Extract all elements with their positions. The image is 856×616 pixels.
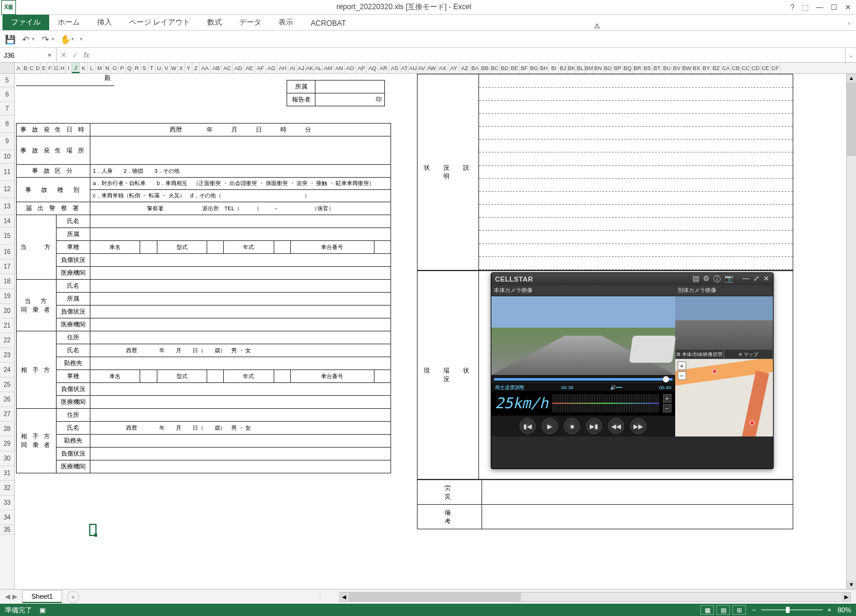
- column-header[interactable]: E: [41, 63, 47, 73]
- new-sheet-button[interactable]: +: [67, 591, 79, 603]
- ot-car-year-value[interactable]: [274, 370, 290, 383]
- ot-addr-value[interactable]: [90, 331, 391, 344]
- column-header[interactable]: AZ: [459, 63, 470, 73]
- column-header[interactable]: CF: [771, 63, 780, 73]
- list-icon[interactable]: ▤: [692, 274, 699, 285]
- play-button[interactable]: ▶: [542, 418, 558, 434]
- column-header[interactable]: R: [133, 63, 141, 73]
- column-header[interactable]: BK: [568, 63, 576, 73]
- zoom-out-button[interactable]: −: [752, 606, 756, 614]
- column-header[interactable]: AT: [400, 63, 409, 73]
- scroll-left-button[interactable]: ◀: [340, 593, 349, 601]
- zoom-in-button[interactable]: +: [828, 606, 831, 614]
- column-header[interactable]: L: [88, 63, 96, 73]
- camera-icon[interactable]: 📷: [724, 274, 734, 285]
- tab-page-layout[interactable]: ページ レイアウト: [121, 15, 199, 30]
- zoom-slider[interactable]: [761, 609, 823, 610]
- sub-video[interactable]: [675, 296, 773, 349]
- column-header[interactable]: BB: [480, 63, 490, 73]
- column-header[interactable]: X: [178, 63, 185, 73]
- car-year-value[interactable]: [274, 241, 290, 254]
- column-header[interactable]: AI: [288, 63, 297, 73]
- column-header[interactable]: M: [96, 63, 104, 73]
- seek-bar[interactable]: [491, 375, 675, 384]
- column-header[interactable]: BD: [500, 63, 510, 73]
- ot-name-value[interactable]: 西暦 年 月 日（ 歳） 男 ・ 女: [90, 344, 391, 357]
- column-header[interactable]: BE: [510, 63, 520, 73]
- row-header[interactable]: 25: [0, 377, 14, 392]
- row-header[interactable]: 5: [0, 74, 14, 87]
- column-header[interactable]: AO: [345, 63, 356, 73]
- column-header[interactable]: B: [23, 63, 29, 73]
- column-header[interactable]: G: [54, 63, 60, 73]
- op-hospital-value[interactable]: [90, 318, 391, 331]
- ot-injury-value[interactable]: [90, 383, 391, 396]
- column-header[interactable]: T: [148, 63, 156, 73]
- row-header[interactable]: 14: [0, 215, 14, 227]
- row-header[interactable]: 10: [0, 150, 14, 164]
- accident-category-value[interactable]: 1．人身 2．物損 3．その他: [90, 165, 391, 178]
- row-header[interactable]: 29: [0, 436, 14, 451]
- otp-injury-value[interactable]: [90, 448, 391, 460]
- column-header[interactable]: BL: [576, 63, 585, 73]
- collapse-ribbon-button[interactable]: ˄: [847, 22, 851, 30]
- column-header[interactable]: Q: [126, 63, 133, 73]
- row-header[interactable]: 12: [0, 181, 14, 198]
- close-icon[interactable]: ✕: [763, 274, 769, 285]
- car-name-value[interactable]: [140, 241, 157, 254]
- column-header[interactable]: AP: [356, 63, 367, 73]
- column-header[interactable]: BR: [633, 63, 643, 73]
- sheet-nav-prev[interactable]: ◀: [5, 593, 10, 601]
- column-header[interactable]: AY: [448, 63, 459, 73]
- row-header[interactable]: 8: [0, 116, 14, 133]
- row-header[interactable]: 21: [0, 318, 14, 333]
- column-header[interactable]: AB: [211, 63, 222, 73]
- normal-view-button[interactable]: ▦: [700, 605, 714, 615]
- column-header[interactable]: BU: [662, 63, 672, 73]
- column-header[interactable]: BZ: [711, 63, 721, 73]
- zoom-level[interactable]: 80%: [838, 606, 851, 614]
- our-hospital-value[interactable]: [90, 267, 391, 280]
- row-header[interactable]: 27: [0, 407, 14, 422]
- row-header[interactable]: 22: [0, 333, 14, 348]
- rewind-button[interactable]: ◀◀: [608, 418, 624, 434]
- expand-formula-bar[interactable]: ⌄: [845, 48, 856, 62]
- otp-name-value[interactable]: 西暦 年 月 日（ 歳） 男 ・ 女: [90, 422, 391, 435]
- column-header[interactable]: V: [163, 63, 170, 73]
- hscroll-thumb[interactable]: [349, 593, 521, 601]
- row-header[interactable]: 24: [0, 363, 14, 377]
- macro-record-icon[interactable]: ▣: [39, 606, 46, 614]
- police-value[interactable]: 警察署 派出所 TEL（ ） － （係官）: [90, 202, 391, 215]
- skip-prev-button[interactable]: ▮◀: [520, 418, 536, 434]
- row-header[interactable]: 17: [0, 259, 14, 274]
- row-header[interactable]: 15: [0, 227, 14, 245]
- tab-view[interactable]: 表示: [270, 15, 302, 30]
- cellstar-viewer-window[interactable]: CELLSTAR ▤ ⚙ ⓘ 📷 — ⤢ ✕ 本体カメラ映像 再生速度調整 00…: [491, 272, 774, 469]
- column-header[interactable]: BN: [593, 63, 603, 73]
- save-icon[interactable]: 💾: [5, 34, 15, 44]
- biko-value[interactable]: [482, 505, 793, 529]
- row-header[interactable]: 30: [0, 451, 14, 466]
- minimize-button[interactable]: —: [816, 3, 823, 12]
- column-header[interactable]: F: [47, 63, 54, 73]
- column-header[interactable]: BY: [702, 63, 711, 73]
- help-button[interactable]: ?: [790, 3, 795, 12]
- column-header[interactable]: AX: [437, 63, 448, 73]
- map-zoom-in[interactable]: +: [678, 361, 686, 370]
- fullscreen-icon[interactable]: ⤢: [753, 274, 759, 285]
- row-header[interactable]: 35: [0, 525, 14, 535]
- car-model-value[interactable]: [207, 241, 224, 254]
- column-header[interactable]: BF: [520, 63, 529, 73]
- column-header[interactable]: P: [119, 63, 126, 73]
- column-header[interactable]: AK: [306, 63, 314, 73]
- column-header[interactable]: AN: [334, 63, 345, 73]
- page-layout-view-button[interactable]: ▤: [716, 605, 730, 615]
- ot-work-value[interactable]: [90, 357, 391, 370]
- row-header[interactable]: 13: [0, 198, 14, 215]
- minimize-icon[interactable]: —: [742, 274, 750, 285]
- column-header[interactable]: H: [60, 63, 66, 73]
- column-header[interactable]: BO: [603, 63, 613, 73]
- our-affil-value[interactable]: [90, 228, 391, 241]
- accident-type-row-a[interactable]: a．対歩行者・自転車 b．車両相互 （正面衝突 ・ 出会頭衝突 ・ 側面衝突 ・…: [90, 178, 391, 190]
- tab-data[interactable]: データ: [231, 15, 270, 30]
